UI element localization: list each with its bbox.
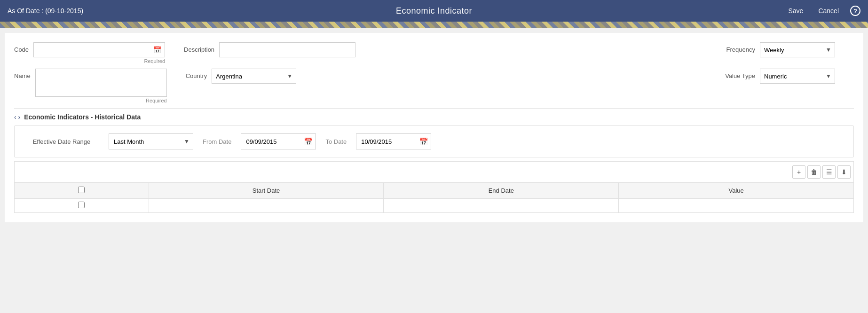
form-row-2: Name Required Country Argentina Brazil U… <box>14 69 854 103</box>
cancel-button[interactable]: Cancel <box>814 5 843 16</box>
header-value: Value <box>619 183 854 199</box>
row-value <box>619 199 854 213</box>
help-button[interactable]: ? <box>850 6 860 16</box>
code-input[interactable] <box>33 42 165 57</box>
name-group: Name Required <box>14 69 167 103</box>
historical-section-header: ‹ › Economic Indicators - Historical Dat… <box>14 108 854 125</box>
table-row <box>15 199 854 213</box>
country-select[interactable]: Argentina Brazil USA UK Germany <box>212 69 296 84</box>
code-label: Code <box>14 42 29 53</box>
frequency-select[interactable]: Weekly Daily Monthly Quarterly Annually <box>760 42 835 57</box>
value-type-label: Value Type <box>725 69 755 79</box>
delete-row-button[interactable]: 🗑 <box>807 165 821 179</box>
frequency-select-wrapper: Weekly Daily Monthly Quarterly Annually … <box>760 42 835 57</box>
value-type-select-wrapper: Numeric Percentage Text ▼ <box>760 69 835 84</box>
delete-icon: 🗑 <box>811 168 817 176</box>
value-type-group: Value Type Numeric Percentage Text ▼ <box>725 69 835 84</box>
date-range-panel: Effective Date Range Last Month Today Th… <box>14 125 854 157</box>
header-actions: Save Cancel ? <box>784 5 860 16</box>
from-date-label: From Date <box>203 138 231 145</box>
list-icon: ☰ <box>826 168 832 176</box>
form-row-1: Code 📅 Required Description Frequency We… <box>14 42 854 64</box>
description-label: Description <box>184 42 214 53</box>
add-row-button[interactable]: + <box>792 165 805 179</box>
code-control: 📅 Required <box>33 42 165 64</box>
name-required: Required <box>35 98 167 103</box>
date-range-select-wrapper: Last Month Today This Week Last 3 Months… <box>109 133 193 149</box>
save-button[interactable]: Save <box>784 5 807 16</box>
historical-section-title: Economic Indicators - Historical Data <box>24 113 141 121</box>
from-date-wrapper: 📅 <box>241 133 316 149</box>
header-checkbox-cell <box>15 183 149 199</box>
country-group: Country Argentina Brazil USA UK Germany … <box>186 69 297 84</box>
decorative-stripe <box>0 22 868 28</box>
name-label: Name <box>14 69 31 79</box>
date-range-select[interactable]: Last Month Today This Week Last 3 Months… <box>109 133 193 149</box>
code-required: Required <box>33 58 165 64</box>
row-start-date <box>149 199 384 213</box>
select-all-checkbox[interactable] <box>78 187 85 193</box>
code-icon: 📅 <box>153 46 161 54</box>
frequency-label: Frequency <box>726 42 755 53</box>
to-date-label: To Date <box>325 138 347 145</box>
description-group: Description <box>184 42 355 57</box>
section-toggle-icon[interactable]: ‹ › <box>14 113 20 121</box>
effective-date-range-label: Effective Date Range <box>24 138 99 145</box>
name-control: Required <box>35 69 167 103</box>
description-input[interactable] <box>219 42 355 57</box>
download-button[interactable]: ⬇ <box>837 165 851 179</box>
from-date-calendar-icon[interactable]: 📅 <box>304 137 313 146</box>
table-header-row: Start Date End Date Value <box>15 183 854 199</box>
main-content: Code 📅 Required Description Frequency We… <box>5 33 863 222</box>
value-type-select[interactable]: Numeric Percentage Text <box>760 69 835 84</box>
as-of-date: As Of Date : (09-10-2015) <box>8 7 83 15</box>
to-date-calendar-icon[interactable]: 📅 <box>419 137 428 146</box>
page-title: Economic Indicator <box>396 6 472 16</box>
row-end-date <box>384 199 619 213</box>
header-end-date: End Date <box>384 183 619 199</box>
to-date-wrapper: 📅 <box>356 133 431 149</box>
header-start-date: Start Date <box>149 183 384 199</box>
header: As Of Date : (09-10-2015) Economic Indic… <box>0 0 868 22</box>
description-control <box>219 42 355 57</box>
download-icon: ⬇ <box>841 168 847 176</box>
code-group: Code 📅 Required <box>14 42 165 64</box>
historical-data-table: Start Date End Date Value <box>14 182 854 213</box>
list-view-button[interactable]: ☰ <box>822 165 836 179</box>
name-input[interactable] <box>35 69 167 97</box>
add-icon: + <box>797 168 801 176</box>
code-input-wrapper: 📅 <box>33 42 165 57</box>
country-label: Country <box>186 69 207 79</box>
table-toolbar: + 🗑 ☰ ⬇ <box>14 161 854 182</box>
frequency-group: Frequency Weekly Daily Monthly Quarterly… <box>726 42 835 57</box>
row-checkbox-cell <box>15 199 149 213</box>
row-checkbox[interactable] <box>78 202 85 208</box>
country-select-wrapper: Argentina Brazil USA UK Germany ▼ <box>212 69 296 84</box>
